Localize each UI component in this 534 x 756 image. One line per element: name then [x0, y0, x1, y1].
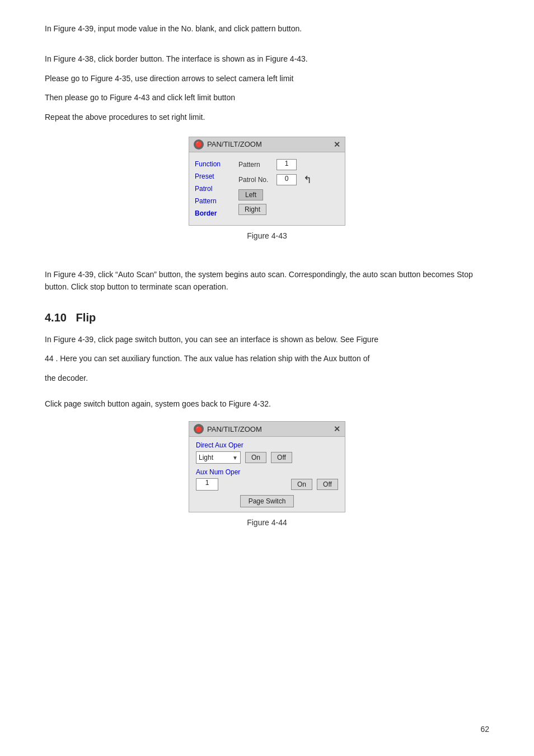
- ptz-43-close-icon[interactable]: ✕: [334, 140, 340, 149]
- ptz-44-off-button-2[interactable]: Off: [317, 479, 338, 490]
- ptz-44-title: PAN/TILT/ZOOM: [207, 425, 262, 433]
- paragraph-2-block: In Figure 4-38, click border button. The…: [45, 53, 489, 123]
- ptz-44-icon: 🔴: [194, 424, 204, 434]
- ptz-44-aux-num-label: Aux Num Oper: [196, 468, 338, 476]
- figure-43-container: 🔴 PAN/TILT/ZOOM ✕ Function Preset Patrol…: [45, 137, 489, 240]
- figure-44-container: 🔴 PAN/TILT/ZOOM ✕ Direct Aux Oper Light …: [45, 421, 489, 527]
- paragraph-4-line1: In Figure 4-39, click page switch button…: [45, 333, 489, 346]
- ptz-43-menu-border[interactable]: Border: [195, 208, 234, 218]
- ptz-44-on-button-2[interactable]: On: [291, 479, 312, 490]
- ptz-44-direct-label: Direct Aux Oper: [196, 441, 338, 449]
- section-heading: 4.10 Flip: [45, 311, 489, 324]
- paragraph-4-line2: 44 . Here you can set auxiliary function…: [45, 352, 489, 365]
- ptz-43-titlebar-left: 🔴 PAN/TILT/ZOOM: [194, 139, 262, 150]
- ptz-43-right: Pattern 1 Patrol No. 0 ↰ Left Right: [238, 159, 339, 218]
- ptz-43-menu-preset[interactable]: Preset: [195, 171, 234, 181]
- paragraph-2-line3: Then please go to Figure 4-43 and click …: [45, 91, 489, 104]
- ptz-43-patrol-label: Patrol No.: [238, 176, 272, 184]
- ptz-43-function-input[interactable]: 1: [277, 159, 297, 170]
- ptz-44-off-button-1[interactable]: Off: [271, 452, 292, 463]
- paragraph-4-line3: the decoder.: [45, 372, 489, 384]
- ptz-dialog-43: 🔴 PAN/TILT/ZOOM ✕ Function Preset Patrol…: [189, 137, 345, 226]
- paragraph-2-line1: In Figure 4-38, click border button. The…: [45, 53, 489, 65]
- ptz-43-body: Function Preset Patrol Pattern Border Pa…: [189, 152, 345, 225]
- section-number: 4.10: [45, 311, 67, 324]
- ptz-dialog-44: 🔴 PAN/TILT/ZOOM ✕ Direct Aux Oper Light …: [189, 421, 345, 512]
- paragraph-1: In Figure 4-39, input mode value in the …: [45, 22, 489, 35]
- ptz-43-icon: 🔴: [194, 139, 204, 150]
- ptz-44-page-switch-button[interactable]: Page Switch: [240, 495, 294, 507]
- ptz-43-title: PAN/TILT/ZOOM: [207, 140, 262, 148]
- ptz-43-patrol-row: Patrol No. 0 ↰: [238, 174, 339, 186]
- ptz-43-left-row: Left: [238, 189, 339, 200]
- ptz-43-right-button[interactable]: Right: [238, 204, 266, 215]
- ptz-43-patrol-input[interactable]: 0: [277, 174, 297, 185]
- paragraph-3: In Figure 4-39, click “Auto Scan” button…: [45, 268, 489, 293]
- ptz-43-menu-pattern[interactable]: Pattern: [195, 196, 234, 206]
- ptz-43-menu-function[interactable]: Function: [195, 159, 234, 169]
- ptz-44-on-button-1[interactable]: On: [245, 452, 266, 463]
- paragraph-4-block: In Figure 4-39, click page switch button…: [45, 333, 489, 384]
- paragraph-1-text: In Figure 4-39, input mode value in the …: [45, 24, 302, 33]
- ptz-44-page-switch-row: Page Switch: [196, 495, 338, 507]
- ptz-44-light-select[interactable]: Light ▼: [196, 451, 241, 464]
- ptz-44-titlebar-left: 🔴 PAN/TILT/ZOOM: [194, 424, 262, 434]
- ptz-43-function-row: Pattern 1: [238, 159, 339, 170]
- ptz-43-function-label: Pattern: [238, 161, 272, 169]
- ptz-43-titlebar: 🔴 PAN/TILT/ZOOM ✕: [189, 137, 345, 152]
- paragraph-2-line4: Repeat the above procedures to set right…: [45, 111, 489, 123]
- figure-43-caption: Figure 4-43: [247, 231, 287, 240]
- page-number: 62: [480, 725, 489, 734]
- ptz-44-aux-num-row: 1 On Off: [196, 478, 338, 491]
- ptz-43-menu-patrol[interactable]: Patrol: [195, 184, 234, 194]
- ptz-44-titlebar: 🔴 PAN/TILT/ZOOM ✕: [189, 422, 345, 437]
- ptz-44-body: Direct Aux Oper Light ▼ On Off Aux Num O…: [189, 437, 345, 512]
- cursor-icon: ↰: [303, 174, 312, 186]
- section-title: Flip: [76, 311, 96, 324]
- paragraph-5: Click page switch button again, system g…: [45, 398, 489, 410]
- ptz-44-direct-row: Light ▼ On Off: [196, 451, 338, 464]
- ptz-44-select-arrow: ▼: [232, 455, 238, 461]
- ptz-44-close-icon[interactable]: ✕: [334, 424, 340, 433]
- paragraph-3-text: In Figure 4-39, click “Auto Scan” button…: [45, 270, 473, 291]
- ptz-43-right-row: Right: [238, 204, 339, 215]
- ptz-43-left-button[interactable]: Left: [238, 189, 263, 200]
- ptz-43-menu: Function Preset Patrol Pattern Border: [195, 159, 234, 218]
- paragraph-2-line2: Please go to Figure 4-35, use direction …: [45, 72, 489, 85]
- ptz-44-num-input[interactable]: 1: [196, 478, 218, 491]
- paragraph-5-text: Click page switch button again, system g…: [45, 399, 271, 408]
- figure-44-caption: Figure 4-44: [247, 518, 287, 527]
